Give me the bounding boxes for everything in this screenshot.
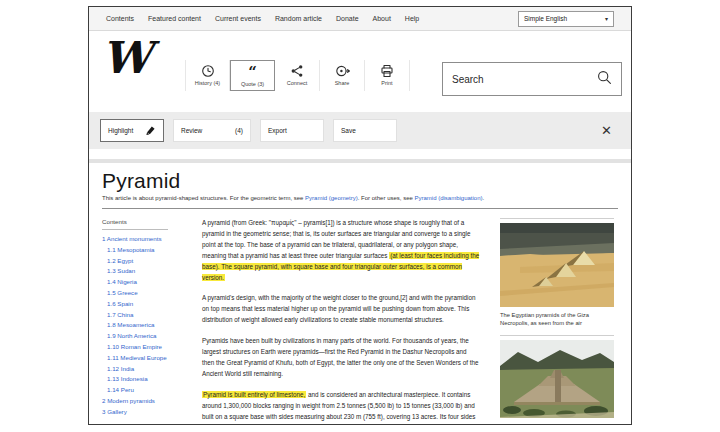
- toc-item-peru[interactable]: 1.14 Peru: [102, 385, 180, 396]
- article-toolbar: History (4) “ Quote (3) Connect Share: [185, 60, 410, 91]
- nav-about[interactable]: About: [373, 15, 391, 22]
- export-label: Export: [268, 127, 287, 134]
- share-button[interactable]: Share: [320, 60, 365, 91]
- quote-label: Quote (3): [241, 81, 264, 87]
- language-dropdown[interactable]: Simple English ▾: [518, 11, 614, 27]
- close-icon[interactable]: ✕: [601, 124, 612, 137]
- toc-item-spain[interactable]: 1.6 Spain: [102, 299, 180, 310]
- printer-icon: [380, 64, 394, 78]
- clock-icon: [201, 64, 215, 78]
- table-of-contents: Contents 1 Ancient monuments 1.1 Mesopot…: [102, 218, 180, 418]
- save-button[interactable]: Save: [333, 119, 397, 142]
- toc-item-medieval-europe[interactable]: 1.11 Medieval Europe: [102, 353, 180, 364]
- title-rule: [102, 208, 618, 209]
- hatnote-text: This article is about pyramid-shaped str…: [102, 195, 305, 201]
- figure-giza: The Egyptian pyramids of the Giza Necrop…: [500, 218, 614, 327]
- toc-item-sudan[interactable]: 1.3 Sudan: [102, 266, 180, 277]
- header: W History (4) “ Quote (3) Connect: [89, 31, 631, 112]
- toc-item-mesoamerica[interactable]: 1.8 Mesoamerica: [102, 320, 180, 331]
- marker-pen-icon: [145, 125, 156, 137]
- toc-heading: Contents: [102, 218, 168, 230]
- toc-item-north-america[interactable]: 1.9 North America: [102, 331, 180, 342]
- toc-item-gallery[interactable]: 3 Gallery: [102, 407, 180, 418]
- toc-item-indonesia[interactable]: 1.13 Indonesia: [102, 374, 180, 385]
- nav-featured-content[interactable]: Featured content: [148, 15, 201, 22]
- connect-label: Connect: [287, 80, 308, 86]
- search-box: [442, 62, 622, 96]
- annotation-toolbar: Highlight Review (4) Export Save ✕: [89, 112, 631, 149]
- nav-donate[interactable]: Donate: [336, 15, 359, 22]
- toc-item-mesopotamia[interactable]: 1.1 Mesopotamia: [102, 245, 180, 256]
- figure-giza-caption: The Egyptian pyramids of the Giza Necrop…: [500, 311, 614, 327]
- hatnote-text-end: .: [483, 195, 485, 201]
- share-label: Share: [335, 80, 350, 86]
- figure-teotihuacan: Pyramid of the Moon, Teotihuacan: [500, 335, 614, 425]
- toc-item-egypt[interactable]: 1.2 Egypt: [102, 256, 180, 267]
- review-label: Review: [181, 127, 202, 134]
- top-navbar: Contents Featured content Current events…: [89, 7, 631, 31]
- quote-button[interactable]: “ Quote (3): [230, 60, 275, 91]
- print-label: Print: [381, 80, 392, 86]
- nav-random-article[interactable]: Random article: [275, 15, 322, 22]
- toc-item-roman-empire[interactable]: 1.10 Roman Empire: [102, 342, 180, 353]
- toc-item-greece[interactable]: 1.5 Greece: [102, 288, 180, 299]
- export-button[interactable]: Export: [260, 119, 324, 142]
- hatnote-text-mid: . For other uses, see: [358, 195, 415, 201]
- toc-item-modern-pyramids[interactable]: 2 Modern pyramids: [102, 396, 180, 407]
- wiki-logo[interactable]: W: [102, 36, 151, 80]
- quote-icon: “: [248, 65, 257, 79]
- share-nodes-icon: [290, 64, 304, 78]
- giza-aerial-image[interactable]: [500, 223, 614, 307]
- link-pyramid-disambiguation[interactable]: Pyramid (disambiguation): [414, 195, 482, 201]
- share-circle-icon: [335, 64, 350, 78]
- page-title: Pyramid: [102, 169, 618, 193]
- connect-button[interactable]: Connect: [275, 60, 320, 91]
- chevron-down-icon: ▾: [605, 15, 608, 22]
- paragraph-2: A pyramid's design, with the majority of…: [202, 293, 480, 326]
- hatnote: This article is about pyramid-shaped str…: [102, 195, 618, 201]
- toc-item-china[interactable]: 1.7 China: [102, 310, 180, 321]
- toc-item-nigeria[interactable]: 1.4 Nigeria: [102, 277, 180, 288]
- app-window: Contents Featured content Current events…: [88, 6, 632, 425]
- teotihuacan-image[interactable]: [500, 340, 614, 418]
- article: Pyramid This article is about pyramid-sh…: [89, 163, 631, 425]
- paragraph-1: A pyramid (from Greek: "πυραμίς" – pyram…: [202, 218, 480, 283]
- toc-item-india[interactable]: 1.12 India: [102, 364, 180, 375]
- save-label: Save: [341, 127, 356, 134]
- search-icon[interactable]: [597, 70, 612, 89]
- figure-column: The Egyptian pyramids of the Giza Necrop…: [500, 218, 614, 425]
- nav-contents[interactable]: Contents: [106, 15, 134, 22]
- review-button[interactable]: Review (4): [173, 119, 251, 142]
- paragraph-4: Pyramid is built entirely of limestone, …: [202, 390, 480, 425]
- history-button[interactable]: History (4): [185, 60, 230, 91]
- nav-help[interactable]: Help: [405, 15, 419, 22]
- highlight-label: Highlight: [108, 127, 133, 134]
- paragraph-3: Pyramids have been built by civilization…: [202, 336, 480, 380]
- highlight-button[interactable]: Highlight: [100, 119, 164, 142]
- history-label: History (4): [195, 80, 220, 86]
- review-count: (4): [235, 127, 243, 134]
- toc-item-ancient-monuments[interactable]: 1 Ancient monuments: [102, 234, 180, 245]
- print-button[interactable]: Print: [365, 60, 410, 91]
- article-body: A pyramid (from Greek: "πυραμίς" – pyram…: [202, 218, 480, 425]
- highlighted-text-2[interactable]: Pyramid is built entirely of limestone,: [202, 391, 306, 398]
- link-pyramid-geometry[interactable]: Pyramid (geometry): [305, 195, 358, 201]
- nav-current-events[interactable]: Current events: [215, 15, 261, 22]
- language-value: Simple English: [524, 15, 567, 22]
- figure-teotihuacan-caption: Pyramid of the Moon, Teotihuacan: [500, 422, 614, 425]
- search-input[interactable]: [452, 74, 597, 85]
